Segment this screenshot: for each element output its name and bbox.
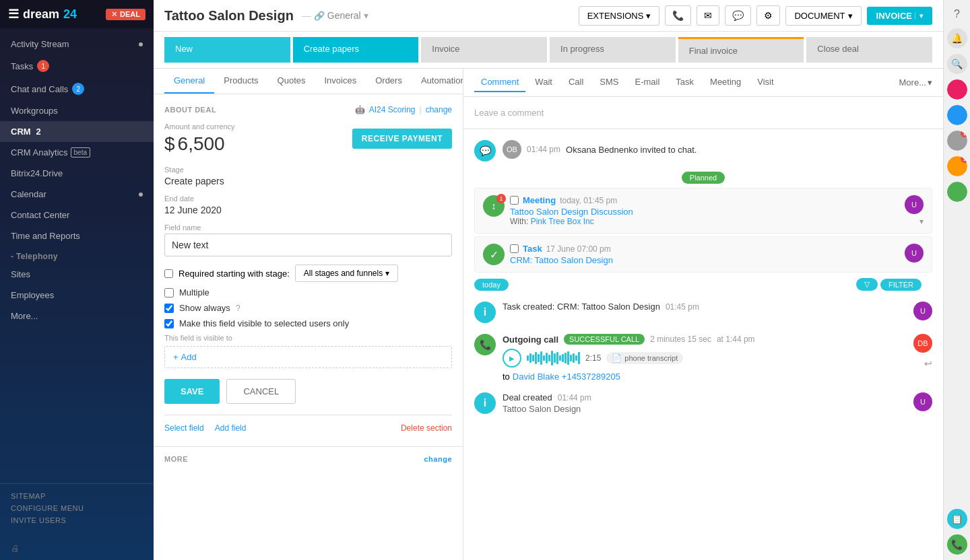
sidebar-item-sites[interactable]: Sites <box>0 264 154 285</box>
with-link[interactable]: Pink Tree Box Inc <box>531 217 594 226</box>
ai-scoring[interactable]: 🤖 AI24 Scoring | change <box>355 105 452 114</box>
activity-tab-comment[interactable]: Comment <box>474 73 525 92</box>
task-link[interactable]: CRM: Tattoo Salon Design <box>510 255 613 265</box>
contact-link[interactable]: David Blake +14537289205 <box>513 372 620 382</box>
stage-final-invoice[interactable]: Final invoice <box>678 37 804 63</box>
page-subtitle[interactable]: — 🔗 General ▾ <box>302 10 368 21</box>
visible-to-label: This field is visible to <box>164 334 452 342</box>
stage-close-deal[interactable]: Close deal <box>806 37 932 63</box>
tab-general[interactable]: General <box>164 69 214 94</box>
sidebar-item-crm[interactable]: CRM 2 <box>0 121 154 142</box>
phone-green-icon[interactable]: 📞 <box>947 534 967 555</box>
meeting-time: today, 01:45 pm <box>560 196 617 205</box>
cancel-button[interactable]: CANCEL <box>226 379 296 404</box>
stage-selector-button[interactable]: All stages and funnels ▾ <box>295 265 398 282</box>
activity-tab-task[interactable]: Task <box>669 73 701 92</box>
stage-in-progress[interactable]: In progress <box>550 37 676 63</box>
configure-menu-link[interactable]: CONFIGURE MENU <box>11 504 143 512</box>
comment-box[interactable]: Leave a comment <box>463 97 943 129</box>
filter-label: FILTER <box>880 279 922 291</box>
receive-payment-button[interactable]: RECEIVE PAYMENT <box>352 129 452 149</box>
stage-create-papers[interactable]: Create papers <box>293 37 419 63</box>
stage-new[interactable]: New <box>164 37 290 63</box>
chat-icon: 💬 <box>474 140 496 162</box>
settings-button[interactable]: ⚙ <box>756 5 780 26</box>
avatar-1[interactable] <box>947 79 967 100</box>
transcript-badge[interactable]: 📄 phone transcript <box>606 352 683 364</box>
activity-tab-more[interactable]: More... ▾ <box>899 77 932 88</box>
activity-tab-wait[interactable]: Wait <box>528 73 559 92</box>
tab-invoices[interactable]: Invoices <box>315 69 366 94</box>
task-checkbox[interactable] <box>510 244 519 253</box>
sitemap-link[interactable]: SITEMAP <box>11 492 143 500</box>
required-stage-checkbox[interactable] <box>164 269 173 278</box>
comment-placeholder[interactable]: Leave a comment <box>474 104 932 122</box>
invite-users-link[interactable]: INVITE USERS <box>11 516 143 524</box>
phone-button[interactable]: 📞 <box>665 5 691 26</box>
sidebar-item-label: Activity Stream <box>11 39 69 49</box>
notification-icon[interactable]: 🔔 <box>947 28 967 48</box>
filter-button[interactable]: ▽ FILTER <box>856 278 932 291</box>
sidebar-item-more[interactable]: More... <box>0 306 154 326</box>
sidebar-item-contact-center[interactable]: Contact Center <box>0 205 154 225</box>
audio-player[interactable]: ▶ <box>503 349 907 368</box>
tab-quotes[interactable]: Quotes <box>268 69 315 94</box>
add-visible-to-button[interactable]: + Add <box>164 346 452 368</box>
avatar-5[interactable] <box>947 182 967 202</box>
document-button[interactable]: DOCUMENT ▾ <box>785 6 861 26</box>
multiple-checkbox[interactable] <box>164 288 174 298</box>
meeting-checkbox[interactable] <box>510 196 519 205</box>
play-button[interactable]: ▶ <box>503 349 521 368</box>
change-link[interactable]: change <box>426 105 452 114</box>
add-field-link[interactable]: Add field <box>215 423 247 433</box>
sidebar-item-time-reports[interactable]: Time and Reports <box>0 225 154 246</box>
select-field-link[interactable]: Select field <box>164 423 204 433</box>
far-right-panel: ? 🔔 🔍 1 1 📋 📞 <box>943 0 970 560</box>
activity-tab-email[interactable]: E-mail <box>628 73 666 92</box>
meeting-deal-title[interactable]: Tattoo Salon Design Discussion <box>510 207 633 217</box>
invoice-button[interactable]: INVOICE ▾ <box>867 7 932 25</box>
avatar-3[interactable]: 1 <box>947 131 967 151</box>
visible-checkbox[interactable] <box>164 319 174 328</box>
show-always-checkbox[interactable] <box>164 304 174 313</box>
collapse-icon[interactable]: ▾ <box>919 217 924 226</box>
chat-button[interactable]: 💬 <box>725 5 751 26</box>
sidebar-item-crm-analytics[interactable]: CRM Analytics beta <box>0 142 154 163</box>
tab-automation[interactable]: Automation <box>412 69 463 94</box>
avatar-2[interactable] <box>947 105 967 125</box>
save-button[interactable]: SAVE <box>164 379 220 404</box>
crm-icon[interactable]: 📋 <box>947 509 967 529</box>
sidebar-item-bitrix24-drive[interactable]: Bitrix24.Drive <box>0 163 154 184</box>
more-change-link[interactable]: change <box>424 455 452 463</box>
delete-section-link[interactable]: Delete section <box>401 423 452 433</box>
activity-tab-visit[interactable]: Visit <box>750 73 780 92</box>
search-icon[interactable]: 🔍 <box>947 54 967 74</box>
sidebar-item-workgroups[interactable]: Workgroups <box>0 100 154 121</box>
sidebar-item-calendar[interactable]: Calendar <box>0 184 154 205</box>
field-name-input[interactable] <box>164 234 452 256</box>
action-buttons: SAVE CANCEL <box>164 379 452 404</box>
help-icon[interactable]: ? <box>236 304 240 313</box>
sidebar-item-chat-calls[interactable]: Chat and Calls 2 <box>0 77 154 100</box>
avatar-4[interactable]: 1 <box>947 156 967 176</box>
extensions-button[interactable]: EXTENSIONS ▾ <box>579 6 660 26</box>
deal-badge[interactable]: ✕ DEAL <box>106 9 146 20</box>
task-icon: ✓ <box>483 244 505 265</box>
activity-tab-call[interactable]: Call <box>562 73 590 92</box>
activity-tab-sms[interactable]: SMS <box>593 73 625 92</box>
sidebar-item-activity-stream[interactable]: Activity Stream <box>0 34 154 55</box>
sidebar-item-employees[interactable]: Employees <box>0 285 154 306</box>
stage-invoice[interactable]: Invoice <box>421 37 547 63</box>
subtitle-chevron[interactable]: ▾ <box>364 10 368 21</box>
deal-badge-close[interactable]: ✕ <box>111 10 117 19</box>
call-content: Outgoing call SUCCESSFUL CALL 2 minutes … <box>503 334 907 382</box>
today-separator: today ▽ FILTER <box>474 278 932 291</box>
email-button[interactable]: ✉ <box>697 5 719 26</box>
sidebar-item-tasks[interactable]: Tasks 1 <box>0 55 154 77</box>
help-icon[interactable]: ? <box>951 5 963 23</box>
tab-products[interactable]: Products <box>214 69 267 94</box>
forward-icon[interactable]: ↩ <box>924 358 932 369</box>
activity-tab-meeting[interactable]: Meeting <box>703 73 748 92</box>
printer-icon[interactable]: 🖨 <box>0 536 154 560</box>
tab-orders[interactable]: Orders <box>366 69 412 94</box>
